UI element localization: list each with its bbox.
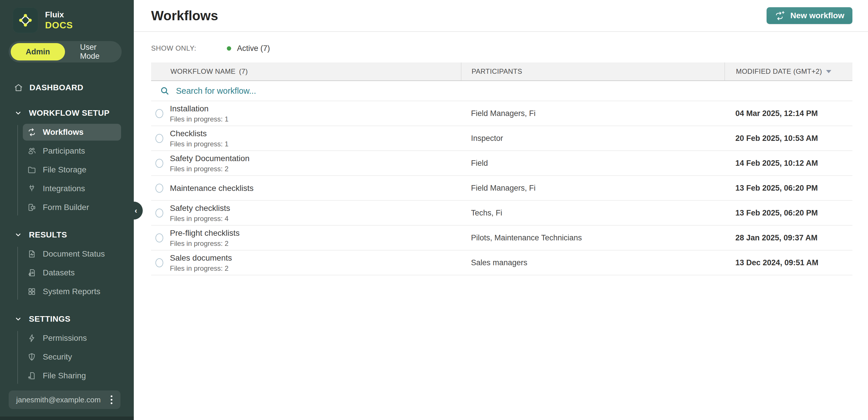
participants-header-label: PARTICIPANTS [471,67,522,76]
files-in-progress: Files in progress: 4 [170,215,230,223]
folder-icon [27,165,36,174]
sidebar: Fluix DOCS Admin User Mode DASHBOARD [0,0,134,420]
search-row [151,81,852,101]
document-status-icon [27,249,36,259]
sidebar-item-label: Document Status [43,249,105,259]
column-header-participants[interactable]: PARTICIPANTS [461,62,724,80]
filter-row: SHOW ONLY: Active (7) [151,42,852,54]
table-row[interactable]: Installation Files in progress: 1 Field … [151,101,852,126]
sidebar-item-label: Workflows [43,128,84,137]
row-radio[interactable] [155,184,163,193]
section-label: WORKFLOW SETUP [29,109,110,118]
section-settings[interactable]: SETTINGS [0,310,134,328]
workflow-name[interactable]: Maintenance checklists [170,183,253,193]
workflow-name[interactable]: Safety checklists [170,203,230,213]
sidebar-item-label: File Storage [43,165,86,174]
sidebar-item-document-status[interactable]: Document Status [23,246,121,262]
row-participants: Field Managers, Fi [461,109,724,118]
section-workflow-setup[interactable]: WORKFLOW SETUP [0,104,134,122]
table-row[interactable]: Safety Documentation Files in progress: … [151,151,852,176]
table-row[interactable]: Checklists Files in progress: 1 Inspecto… [151,126,852,151]
workflows-table: WORKFLOW NAME (7) PARTICIPANTS MODIFIED … [151,62,852,275]
sidebar-item-security[interactable]: Security [23,348,121,365]
active-status-dot-icon [227,46,231,51]
sidebar-item-permissions[interactable]: Permissions [23,330,121,346]
workflow-name[interactable]: Installation [170,104,228,114]
new-workflow-icon [775,10,785,21]
brand-product: DOCS [45,20,73,31]
sidebar-item-datasets[interactable]: Datasets [23,264,121,281]
row-radio[interactable] [155,159,163,168]
main-content: Workflows New workflow SHOW ONLY: Active… [134,0,868,420]
row-radio[interactable] [155,109,163,118]
sidebar-item-workflows[interactable]: Workflows [23,124,121,141]
table-row[interactable]: Maintenance checklists Field Managers, F… [151,176,852,201]
sidebar-item-label: Permissions [43,334,87,343]
row-radio[interactable] [155,233,163,243]
column-header-workflow-name[interactable]: WORKFLOW NAME (7) [151,67,461,76]
sidebar-item-form-builder[interactable]: Form Builder [23,199,121,216]
file-sharing-icon [27,371,36,381]
chevron-down-icon [14,315,22,323]
system-reports-icon [27,287,36,296]
row-participants: Field Managers, Fi [461,184,724,193]
row-participants: Inspector [461,134,724,143]
home-icon [14,83,23,92]
sidebar-item-label: Datasets [43,268,75,277]
row-radio[interactable] [155,134,163,143]
row-participants: Techs, Fi [461,208,724,218]
datasets-icon [27,268,36,277]
sidebar-item-label: DASHBOARD [29,83,84,92]
chevron-down-icon [14,109,22,117]
workflow-name[interactable]: Safety Documentation [170,153,250,163]
sidebar-item-file-sharing[interactable]: File Sharing [23,367,121,384]
sidebar-item-file-storage[interactable]: File Storage [23,161,121,178]
search-input[interactable] [176,84,852,98]
results-submenu: Document Status Datasets [0,244,134,303]
table-row[interactable]: Sales documents Files in progress: 2 Sal… [151,251,852,275]
table-row[interactable]: Pre-flight checklists Files in progress:… [151,226,852,251]
account-email: janesmith@example.com [16,395,100,404]
page-title: Workflows [151,8,218,23]
column-header-modified-date[interactable]: MODIFIED DATE (GMT+2) [724,62,852,80]
workflow-name-header-label: WORKFLOW NAME [170,67,236,76]
row-modified-date: 28 Jan 2025, 09:37 AM [724,233,852,243]
brand-logo: Fluix DOCS [0,0,134,33]
workflows-icon [27,128,36,137]
plug-icon [27,184,36,193]
workflow-name[interactable]: Checklists [170,129,228,139]
sidebar-item-system-reports[interactable]: System Reports [23,283,121,300]
app-window: Fluix DOCS Admin User Mode DASHBOARD [0,0,868,420]
sort-descending-icon [826,70,831,73]
sidebar-item-integrations[interactable]: Integrations [23,180,121,197]
brand-name: Fluix [45,10,73,20]
files-in-progress: Files in progress: 2 [170,240,240,248]
chevron-left-icon: ‹ [135,207,137,214]
files-in-progress: Files in progress: 1 [170,115,228,123]
table-row[interactable]: Safety checklists Files in progress: 4 T… [151,201,852,226]
files-in-progress: Files in progress: 2 [170,165,250,173]
row-radio[interactable] [155,258,163,267]
account-pill[interactable]: janesmith@example.com [9,391,121,409]
row-participants: Pilots, Maintenance Technicians [461,233,724,243]
workflow-name[interactable]: Sales documents [170,253,232,263]
row-modified-date: 20 Feb 2025, 10:53 AM [724,134,852,143]
sidebar-item-participants[interactable]: Participants [23,143,121,159]
participants-icon [27,146,36,156]
row-modified-date: 13 Feb 2025, 06:20 PM [724,184,852,193]
sidebar-scrollbar[interactable] [0,417,134,420]
admin-mode-toggle[interactable]: Admin [11,43,65,60]
row-radio[interactable] [155,208,163,218]
sidebar-item-dashboard[interactable]: DASHBOARD [0,79,134,96]
user-mode-toggle[interactable]: User Mode [65,43,120,60]
search-icon [160,86,169,96]
files-in-progress: Files in progress: 1 [170,140,228,148]
sidebar-item-label: Form Builder [43,203,89,212]
files-in-progress: Files in progress: 2 [170,264,232,273]
section-label: SETTINGS [29,314,70,324]
new-workflow-button[interactable]: New workflow [767,7,852,24]
workflow-name[interactable]: Pre-flight checklists [170,228,240,238]
section-results[interactable]: RESULTS [0,226,134,244]
active-filter[interactable]: Active (7) [237,44,270,53]
kebab-menu-icon[interactable] [108,393,115,407]
